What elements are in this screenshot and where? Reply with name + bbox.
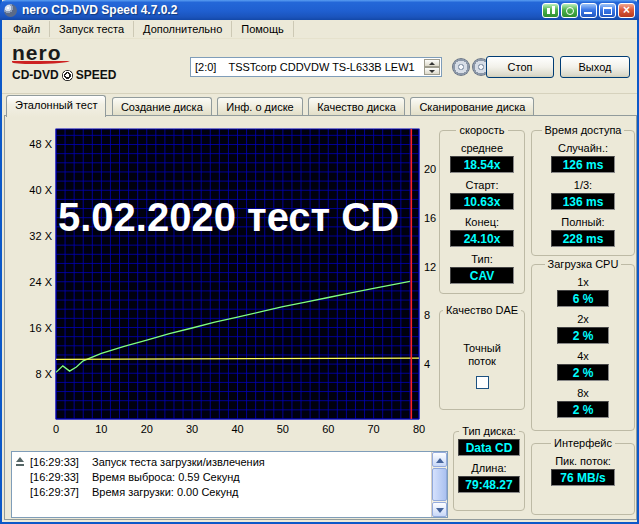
menu-bar: Файл Запуск теста Дополнительно Помощь xyxy=(2,20,637,39)
menu-file[interactable]: Файл xyxy=(4,21,50,37)
logo-text-nero: nero xyxy=(12,43,172,63)
cpu-2x-display: 2 % xyxy=(557,327,609,344)
disc-type-panel: Тип диска: Data CD Длина: 79:48.27 xyxy=(453,425,525,511)
scroll-down-button[interactable] xyxy=(432,502,447,517)
access-time-panel: Время доступа Случайн.: 126 ms 1/3: 136 … xyxy=(531,124,635,256)
average-speed-display: 18.54x xyxy=(450,156,514,173)
minimize-icon xyxy=(584,12,592,14)
svg-text:0: 0 xyxy=(53,423,59,435)
cpu-usage-panel: Загрузка CPU 1x 6 % 2x 2 % 4x 2 % 8x 2 % xyxy=(531,258,635,431)
third-access-display: 136 ms xyxy=(551,193,615,210)
minimize-button[interactable] xyxy=(580,3,597,18)
svg-text:24 X: 24 X xyxy=(29,276,52,288)
benchmark-chart: 5.02.2020 тест СD48 X40 X32 X24 X16 X8 X… xyxy=(9,121,439,446)
titlebar-extra-button-2[interactable] xyxy=(561,3,578,18)
drive-selector-value: [2:0] TSSTcorp CDDVDW TS-L633B LEW1 xyxy=(191,58,441,76)
close-icon: × xyxy=(619,4,634,17)
peak-rate-display: 76 MB/s xyxy=(551,469,615,486)
cpu-4x-display: 2 % xyxy=(557,364,609,381)
svg-text:30: 30 xyxy=(186,423,198,435)
logo-disc-icon xyxy=(62,70,73,81)
end-label: Конец: xyxy=(442,216,522,228)
random-access-display: 126 ms xyxy=(551,156,615,173)
drive-selector[interactable]: [2:0] TSSTcorp CDDVDW TS-L633B LEW1 xyxy=(190,57,442,77)
tab-disc-quality[interactable]: Качество диска xyxy=(308,97,405,116)
disc-type-display: Data CD xyxy=(458,439,520,456)
cpu-1x-display: 6 % xyxy=(557,290,609,307)
svg-text:40: 40 xyxy=(231,423,243,435)
svg-text:10: 10 xyxy=(95,423,107,435)
full-access-label: Полный: xyxy=(534,216,632,228)
cpu-usage-title: Загрузка CPU xyxy=(545,258,622,270)
svg-text:50: 50 xyxy=(277,423,289,435)
svg-text:8 X: 8 X xyxy=(35,368,52,380)
stop-button[interactable]: Стоп xyxy=(486,56,554,78)
start-speed-display: 10.63x xyxy=(450,193,514,210)
tab-benchmark[interactable]: Эталонный тест xyxy=(6,95,106,117)
random-access-label: Случайн.: xyxy=(534,142,632,154)
peak-rate-label: Пик. поток: xyxy=(534,455,632,467)
menu-run-test[interactable]: Запуск теста xyxy=(50,21,134,37)
titlebar-extra-button-1[interactable] xyxy=(542,3,559,18)
svg-text:12: 12 xyxy=(424,261,436,273)
disc-icon xyxy=(566,7,574,15)
log-time: [16:29:37] xyxy=(30,485,92,500)
app-window: nero CD-DVD Speed 4.7.0.2 × Файл Запуск … xyxy=(0,0,639,524)
cd-icon-button-1[interactable] xyxy=(452,58,470,76)
average-label: среднее xyxy=(442,142,522,154)
maximize-button[interactable] xyxy=(599,3,616,18)
full-access-display: 228 ms xyxy=(551,230,615,247)
interface-panel: Интерфейс Пик. поток: 76 MB/s xyxy=(531,437,635,515)
cpu-8x-label: 8x xyxy=(534,387,632,399)
drive-spinner xyxy=(424,59,440,75)
log-entry[interactable]: [16:29:37] Время загрузки: 0.00 Секунд xyxy=(14,485,429,500)
disc-length-label: Длина: xyxy=(456,462,522,474)
svg-text:60: 60 xyxy=(322,423,334,435)
close-button[interactable]: × xyxy=(618,3,635,18)
drive-spinner-up-button[interactable] xyxy=(424,59,440,67)
end-speed-display: 24.10x xyxy=(450,230,514,247)
menu-help[interactable]: Помощь xyxy=(232,21,294,37)
speed-panel: скорость среднее 18.54x Старт: 10.63x Ко… xyxy=(439,124,525,294)
log-listbox[interactable]: [16:29:33] Запуск теста загрузки/извлече… xyxy=(11,451,448,518)
menu-extra[interactable]: Дополнительно xyxy=(134,21,232,37)
cpu-1x-label: 1x xyxy=(534,276,632,288)
third-access-label: 1/3: xyxy=(534,179,632,191)
titlebar: nero CD-DVD Speed 4.7.0.2 × xyxy=(0,0,639,20)
svg-text:5.02.2020 тест СD: 5.02.2020 тест СD xyxy=(58,195,399,239)
svg-text:8: 8 xyxy=(424,309,430,321)
cpu-4x-label: 4x xyxy=(534,350,632,362)
exit-button[interactable]: Выход xyxy=(560,56,630,78)
tab-disc-info[interactable]: Инф. о диске xyxy=(217,97,302,116)
cpu-8x-display: 2 % xyxy=(557,401,609,418)
logo-text-speed: SPEED xyxy=(76,68,117,82)
dae-panel-title: Качество DAE xyxy=(443,304,521,316)
tab-scan-disc[interactable]: Сканирование диска xyxy=(410,97,534,116)
accurate-stream-checkbox[interactable] xyxy=(476,376,489,389)
toolbar: nero CD-DVD SPEED [2:0] TSSTcorp CDDVDW … xyxy=(2,39,637,94)
log-text: Время загрузки: 0.00 Секунд xyxy=(92,485,238,500)
interface-title: Интерфейс xyxy=(551,437,615,449)
cpu-2x-label: 2x xyxy=(534,313,632,325)
drive-spinner-down-button[interactable] xyxy=(424,67,440,75)
tab-create-disc[interactable]: Создание диска xyxy=(112,97,212,116)
svg-text:32 X: 32 X xyxy=(29,230,52,242)
scroll-up-button[interactable] xyxy=(432,452,447,467)
log-entry[interactable]: [16:29:33] Запуск теста загрузки/извлече… xyxy=(14,455,429,470)
log-time: [16:29:33] xyxy=(30,455,92,470)
eject-icon xyxy=(15,457,25,467)
log-entry[interactable]: [16:29:33] Время выброса: 0.59 Секунд xyxy=(14,470,429,485)
disc-length-display: 79:48.27 xyxy=(458,476,520,493)
svg-text:20: 20 xyxy=(141,423,153,435)
nero-app-icon xyxy=(4,4,17,17)
scroll-thumb[interactable] xyxy=(432,468,447,501)
speed-panel-title: скорость xyxy=(456,124,507,136)
logo-text-cddvd: CD-DVD xyxy=(12,68,59,82)
dae-quality-panel: Качество DAE Точный поток xyxy=(439,304,525,410)
svg-text:48 X: 48 X xyxy=(29,138,52,150)
log-scrollbar[interactable] xyxy=(431,452,447,517)
chart-icon xyxy=(547,8,550,14)
svg-text:16 X: 16 X xyxy=(29,322,52,334)
tab-page-benchmark: 5.02.2020 тест СD48 X40 X32 X24 X16 X8 X… xyxy=(4,115,637,520)
svg-text:4: 4 xyxy=(424,358,430,370)
